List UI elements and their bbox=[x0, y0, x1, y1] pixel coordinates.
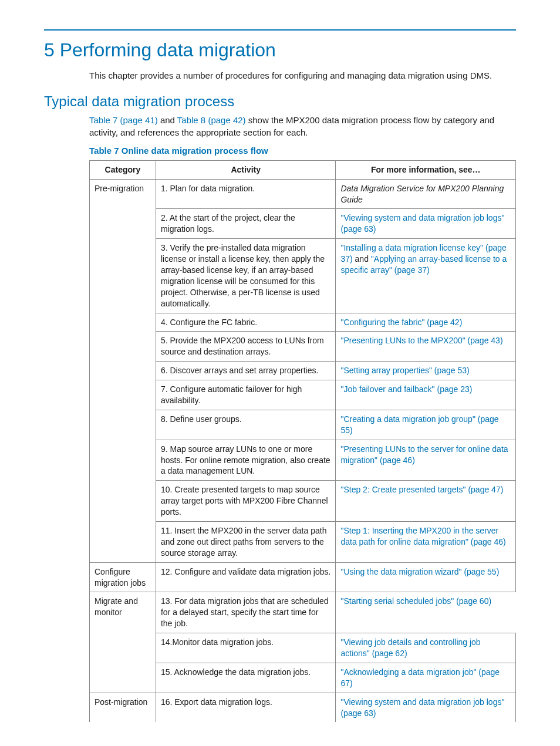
cell-info: "Acknowledging a data migration job" (pa… bbox=[336, 663, 516, 693]
cell-category-empty bbox=[90, 380, 156, 410]
cell-category-empty bbox=[90, 362, 156, 380]
header-category: Category bbox=[90, 160, 156, 179]
info-mid: and bbox=[353, 254, 371, 264]
cell-activity: 5. Provide the MPX200 access to LUNs fro… bbox=[156, 332, 336, 362]
cell-activity: 15. Acknowledge the data migration jobs. bbox=[156, 663, 336, 693]
info-link[interactable]: "Starting serial scheduled jobs" (page 6… bbox=[340, 596, 491, 606]
cell-category-empty bbox=[90, 313, 156, 332]
table-row: Configure migration jobs 12. Configure a… bbox=[90, 562, 516, 592]
cell-activity: 3. Verify the pre-installed data migrati… bbox=[156, 239, 336, 313]
top-rule bbox=[44, 29, 516, 31]
cell-category-empty bbox=[90, 440, 156, 481]
cell-activity: 14.Monitor data migration jobs. bbox=[156, 633, 336, 663]
cell-info: "Presenting LUNs to the server for onlin… bbox=[336, 440, 516, 481]
info-link[interactable]: "Presenting LUNs to the server for onlin… bbox=[340, 444, 508, 465]
table-row: 9. Map source array LUNs to one or more … bbox=[90, 440, 516, 481]
cell-activity: 2. At the start of the project, clear th… bbox=[156, 209, 336, 239]
cell-activity: 13. For data migration jobs that are sch… bbox=[156, 592, 336, 633]
chapter-intro: This chapter provides a number of proced… bbox=[89, 70, 516, 82]
table-title: Table 7 Online data migration process fl… bbox=[89, 146, 516, 156]
table-row: 5. Provide the MPX200 access to LUNs fro… bbox=[90, 332, 516, 362]
table-row: 10. Create presented targets to map sour… bbox=[90, 481, 516, 522]
cell-info: "Viewing system and data migration job l… bbox=[336, 693, 516, 722]
info-link[interactable]: "Acknowledging a data migration job" (pa… bbox=[340, 667, 500, 688]
cell-info: "Step 2: Create presented targets" (page… bbox=[336, 481, 516, 522]
cell-category-empty bbox=[90, 633, 156, 663]
cell-info: "Installing a data migration license key… bbox=[336, 239, 516, 313]
table-row: Migrate and monitor 13. For data migrati… bbox=[90, 592, 516, 633]
cell-activity: 10. Create presented targets to map sour… bbox=[156, 481, 336, 522]
chapter-title: 5 Performing data migration bbox=[44, 39, 516, 61]
table-row: 4. Configure the FC fabric. "Configuring… bbox=[90, 313, 516, 332]
info-link[interactable]: "Viewing system and data migration job l… bbox=[340, 697, 504, 718]
cell-info: "Job failover and failback" (page 23) bbox=[336, 380, 516, 410]
info-link[interactable]: "Viewing job details and controlling job… bbox=[340, 637, 480, 658]
cell-category-empty bbox=[90, 239, 156, 313]
info-link[interactable]: "Creating a data migration job group" (p… bbox=[340, 414, 498, 435]
info-link[interactable]: "Using the data migration wizard" (page … bbox=[340, 567, 499, 576]
cell-category-empty bbox=[90, 663, 156, 693]
info-link[interactable]: "Step 1: Inserting the MPX200 in the ser… bbox=[340, 526, 505, 546]
cell-info: "Setting array properties" (page 53) bbox=[336, 362, 516, 380]
cell-info: "Creating a data migration job group" (p… bbox=[336, 410, 516, 440]
cell-info: "Viewing system and data migration job l… bbox=[336, 209, 516, 239]
table-row: 14.Monitor data migration jobs. "Viewing… bbox=[90, 633, 516, 663]
table-header-row: Category Activity For more information, … bbox=[90, 160, 516, 179]
cell-category: Pre-migration bbox=[90, 179, 156, 209]
cell-category-empty bbox=[90, 481, 156, 522]
cell-activity: 6. Discover arrays and set array propert… bbox=[156, 362, 336, 380]
cell-category: Configure migration jobs bbox=[90, 562, 156, 592]
cell-info: "Configuring the fabric" (page 42) bbox=[336, 313, 516, 332]
cell-activity: 16. Export data migration logs. bbox=[156, 693, 336, 722]
header-info: For more information, see… bbox=[336, 160, 516, 179]
header-activity: Activity bbox=[156, 160, 336, 179]
table-row: 7. Configure automatic failover for high… bbox=[90, 380, 516, 410]
table-row: 8. Define user groups. "Creating a data … bbox=[90, 410, 516, 440]
table-row: Post-migration 16. Export data migration… bbox=[90, 693, 516, 722]
cell-info: "Presenting LUNs to the MPX200" (page 43… bbox=[336, 332, 516, 362]
info-italic: Data Migration Service for MPX200 Planni… bbox=[340, 184, 504, 204]
table-row: 2. At the start of the project, clear th… bbox=[90, 209, 516, 239]
cell-activity: 9. Map source array LUNs to one or more … bbox=[156, 440, 336, 481]
cell-info: "Starting serial scheduled jobs" (page 6… bbox=[336, 592, 516, 633]
table-row: 3. Verify the pre-installed data migrati… bbox=[90, 239, 516, 313]
table-row: Pre-migration 1. Plan for data migration… bbox=[90, 179, 516, 209]
process-flow-table: Category Activity For more information, … bbox=[89, 160, 516, 723]
table-row: 11. Insert the MPX200 in the server data… bbox=[90, 522, 516, 563]
cell-activity: 4. Configure the FC fabric. bbox=[156, 313, 336, 332]
section-intro-mid1: and bbox=[158, 115, 177, 125]
cell-info: "Using the data migration wizard" (page … bbox=[336, 562, 516, 592]
cell-category-empty bbox=[90, 332, 156, 362]
table-row: 15. Acknowledge the data migration jobs.… bbox=[90, 663, 516, 693]
info-link[interactable]: "Configuring the fabric" (page 42) bbox=[340, 318, 462, 327]
info-link[interactable]: "Setting array properties" (page 53) bbox=[340, 366, 469, 375]
cell-category: Migrate and monitor bbox=[90, 592, 156, 633]
cell-activity: 7. Configure automatic failover for high… bbox=[156, 380, 336, 410]
info-link[interactable]: "Viewing system and data migration job l… bbox=[340, 213, 504, 234]
table-row: 6. Discover arrays and set array propert… bbox=[90, 362, 516, 380]
info-link[interactable]: "Job failover and failback" (page 23) bbox=[340, 384, 472, 394]
cell-info: "Viewing job details and controlling job… bbox=[336, 633, 516, 663]
cell-info: "Step 1: Inserting the MPX200 in the ser… bbox=[336, 522, 516, 563]
link-table-7[interactable]: Table 7 (page 41) bbox=[89, 115, 158, 125]
cell-activity: 11. Insert the MPX200 in the server data… bbox=[156, 522, 336, 563]
cell-info: Data Migration Service for MPX200 Planni… bbox=[336, 179, 516, 209]
cell-category-empty bbox=[90, 209, 156, 239]
cell-category: Post-migration bbox=[90, 693, 156, 722]
info-link[interactable]: "Step 2: Create presented targets" (page… bbox=[340, 485, 503, 494]
section-title: Typical data migration process bbox=[44, 93, 516, 110]
section-intro: Table 7 (page 41) and Table 8 (page 42) … bbox=[89, 114, 516, 139]
link-table-8[interactable]: Table 8 (page 42) bbox=[177, 115, 246, 125]
cell-activity: 12. Configure and validate data migratio… bbox=[156, 562, 336, 592]
info-link[interactable]: "Presenting LUNs to the MPX200" (page 43… bbox=[340, 336, 502, 345]
cell-category-empty bbox=[90, 410, 156, 440]
cell-category-empty bbox=[90, 522, 156, 563]
cell-activity: 1. Plan for data migration. bbox=[156, 179, 336, 209]
cell-activity: 8. Define user groups. bbox=[156, 410, 336, 440]
